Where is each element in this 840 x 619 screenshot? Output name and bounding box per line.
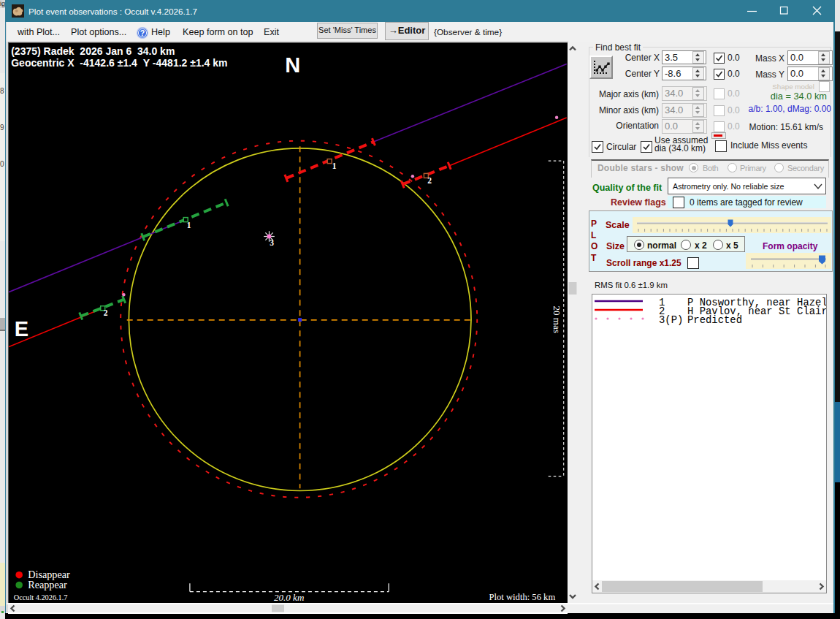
svg-text:Predicted: Predicted	[687, 314, 742, 326]
svg-text:3(P): 3(P)	[659, 314, 683, 326]
svg-text:(2375) Radek 2026 Jan 6 34.0: (2375) Radek 2026 Jan 6 34.0 km	[11, 45, 175, 56]
svg-text:Reappear: Reappear	[28, 579, 67, 590]
svg-text:20 mas: 20 mas	[551, 305, 562, 333]
svg-text:Occult 4.2026.1.7: Occult 4.2026.1.7	[14, 593, 68, 601]
svg-text:Plot width: 56 km: Plot width: 56 km	[489, 591, 556, 601]
svg-text:2: 2	[427, 176, 432, 185]
svg-text:20.0 km: 20.0 km	[274, 592, 304, 603]
svg-text:3: 3	[270, 238, 274, 247]
svg-text:?: ?	[140, 29, 145, 37]
svg-text:N: N	[285, 53, 300, 77]
svg-text:E: E	[15, 316, 28, 340]
svg-text:1: 1	[187, 221, 191, 229]
svg-text:1: 1	[332, 162, 337, 170]
svg-text:Geocentric X -4142.6 ±1.4 Y: Geocentric X -4142.6 ±1.4 Y -4481.2 ±1.4…	[11, 56, 227, 68]
svg-text:2: 2	[104, 308, 108, 317]
